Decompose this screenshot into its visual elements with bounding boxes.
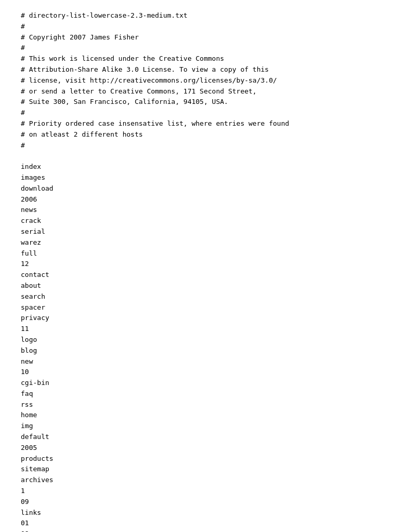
- file-content: # directory-list-lowercase-2.3-medium.tx…: [21, 10, 378, 532]
